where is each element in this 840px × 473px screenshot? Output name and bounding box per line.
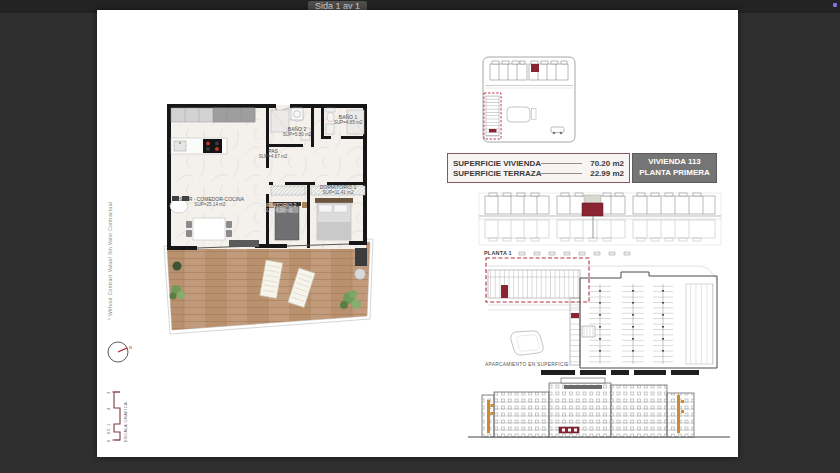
- north-compass-icon: N: [105, 338, 133, 366]
- room-area: SUP=9.38 m2: [256, 208, 300, 214]
- cooktop: [203, 139, 222, 153]
- surface-value: 22.99 m2: [590, 169, 624, 178]
- scale-tick: 0: [106, 439, 111, 442]
- scale-tick: 1: [106, 423, 111, 426]
- room-label-bano1: BAÑO 1 SUP=4.85 m2: [326, 114, 370, 126]
- scale-label: ESCALA GRAFICA: [123, 402, 128, 442]
- room-area: SUP=4.87 m2: [248, 154, 298, 160]
- garage-stalls: [589, 284, 673, 364]
- surface-row-vivienda: SUPERFICIE VIVIENDA 70.20 m2: [453, 159, 624, 168]
- room-area: SUP=5.80 m2: [276, 132, 318, 138]
- surface-label: SUPERFICIE VIVIENDA: [453, 159, 541, 168]
- disclaimer-text: * Without Contract Value/ Sin Valor Cont…: [107, 182, 113, 320]
- unit-floor: PLANTA PRIMERA: [633, 168, 716, 179]
- room-area: SUP=25.14 m2: [175, 202, 245, 208]
- surface-value: 70.20 m2: [590, 159, 624, 168]
- room-area: SUP=11.41 m2: [313, 190, 363, 196]
- highlighted-unit-site: [531, 64, 539, 72]
- room-label-pasillo: PAS SUP=4.87 m2: [248, 148, 298, 160]
- car-icon: [551, 127, 564, 134]
- surface-label: SUPERFICIE TERRAZA: [453, 169, 541, 178]
- highlighted-stall: [501, 285, 508, 298]
- viewer-stage: Sida 1 av 1 * Without Contract Value/ Si…: [0, 0, 840, 473]
- pool-outline: [507, 107, 530, 122]
- highlighted-unit-roof: [582, 203, 603, 216]
- roof-bottom-row: [485, 220, 715, 241]
- outdoor-unit: [355, 248, 367, 266]
- room-label-dormitorio1: DORMITORIO 1 SUP=11.41 m2: [313, 184, 363, 196]
- scale-tick: 3: [106, 391, 111, 394]
- building-blocks: [490, 61, 568, 80]
- dash-line: [541, 163, 582, 164]
- unit-badge: VIVIENDA 113 PLANTA PRIMERA: [632, 153, 717, 183]
- graphic-scale-bar: 3 2 1 0.5 0 ESCALA GRAFICA: [105, 382, 135, 454]
- stairs: [582, 326, 595, 337]
- parking-plan-drawing: [481, 248, 729, 378]
- ramp-zone: [686, 284, 713, 364]
- apartment-floor-plan: ESTAR - COMEDOR-COCINA SUP=25.14 m2 DORM…: [163, 98, 375, 338]
- north-label: N: [129, 345, 132, 350]
- floor-plan-drawing: [163, 98, 375, 338]
- tv-cabinet: [229, 240, 259, 247]
- room-area: SUP=4.85 m2: [326, 120, 370, 126]
- section-wall-blocks: [541, 370, 699, 375]
- grid-markers: [519, 252, 630, 255]
- scale-tick: 2: [106, 407, 111, 410]
- room-label-dormitorio2: DORMITORIO 2 SUP=9.38 m2: [256, 202, 300, 214]
- scale-tick: 0.5: [106, 428, 111, 434]
- pdf-page: * Without Contract Value/ Sin Valor Cont…: [97, 10, 738, 457]
- room-label-bano2: BAÑO 2 SUP=5.80 m2: [276, 126, 318, 138]
- browser-notification-dot[interactable]: [833, 3, 837, 7]
- highlighted-stall-2: [571, 313, 579, 318]
- island: [193, 218, 225, 240]
- room-label-estar: ESTAR - COMEDOR-COCINA SUP=25.14 m2: [175, 196, 245, 208]
- elevation-blocks: [482, 383, 694, 437]
- site-plan-drawing: [465, 46, 585, 150]
- roof-plan-drawing: [477, 192, 723, 250]
- red-unit-windows: [562, 429, 577, 432]
- surface-rows: SUPERFICIE VIVIENDA 70.20 m2 SUPERFICIE …: [447, 153, 630, 183]
- parking-plan-caption: APARCAMIENTO EN SUPERFICIE: [485, 362, 569, 367]
- washer: [291, 108, 303, 120]
- highlighted-stall-site: [489, 129, 497, 132]
- dash-line: [541, 173, 582, 174]
- surface-row-terraza: SUPERFICIE TERRAZA 22.99 m2: [453, 169, 624, 178]
- building-elevation-drawing: [466, 376, 734, 454]
- surface-info-table: SUPERFICIE VIVIENDA 70.20 m2 SUPERFICIE …: [447, 153, 717, 183]
- middle-stall-column: [570, 298, 580, 365]
- unit-number: VIVIENDA 113: [633, 157, 716, 168]
